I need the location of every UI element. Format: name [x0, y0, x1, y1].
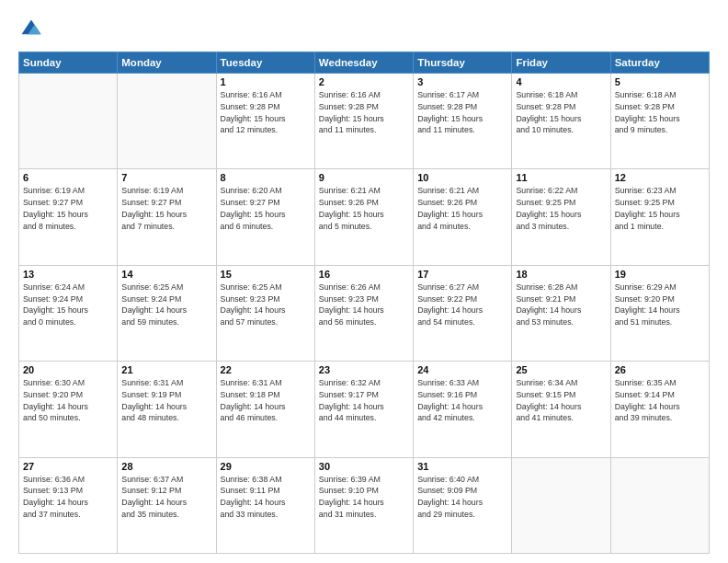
day-info: Sunrise: 6:16 AM Sunset: 9:28 PM Dayligh…: [319, 89, 409, 136]
weekday-header-row: SundayMondayTuesdayWednesdayThursdayFrid…: [19, 52, 710, 74]
calendar-cell: 15Sunrise: 6:25 AM Sunset: 9:23 PM Dayli…: [216, 265, 314, 361]
day-info: Sunrise: 6:17 AM Sunset: 9:28 PM Dayligh…: [417, 89, 507, 136]
day-info: Sunrise: 6:28 AM Sunset: 9:21 PM Dayligh…: [516, 282, 606, 328]
calendar-cell: [610, 457, 709, 553]
day-number: 17: [417, 269, 507, 280]
day-info: Sunrise: 6:16 AM Sunset: 9:28 PM Dayligh…: [221, 89, 311, 136]
calendar-cell: 3Sunrise: 6:17 AM Sunset: 9:28 PM Daylig…: [414, 74, 512, 169]
calendar-cell: 28Sunrise: 6:37 AM Sunset: 9:12 PM Dayli…: [118, 457, 216, 553]
day-info: Sunrise: 6:25 AM Sunset: 9:24 PM Dayligh…: [121, 282, 211, 328]
day-number: 16: [319, 269, 409, 280]
day-number: 20: [23, 364, 113, 375]
calendar-cell: [512, 457, 610, 553]
day-info: Sunrise: 6:26 AM Sunset: 9:23 PM Dayligh…: [319, 282, 409, 328]
day-info: Sunrise: 6:36 AM Sunset: 9:13 PM Dayligh…: [23, 474, 113, 521]
calendar-cell: 17Sunrise: 6:27 AM Sunset: 9:22 PM Dayli…: [414, 265, 512, 361]
day-info: Sunrise: 6:27 AM Sunset: 9:22 PM Dayligh…: [417, 282, 507, 328]
day-number: 18: [516, 269, 606, 280]
calendar-cell: 22Sunrise: 6:31 AM Sunset: 9:18 PM Dayli…: [216, 362, 314, 457]
day-info: Sunrise: 6:21 AM Sunset: 9:26 PM Dayligh…: [319, 185, 409, 232]
day-number: 31: [417, 461, 507, 472]
calendar-cell: 24Sunrise: 6:33 AM Sunset: 9:16 PM Dayli…: [414, 362, 512, 457]
day-info: Sunrise: 6:39 AM Sunset: 9:10 PM Dayligh…: [319, 474, 409, 521]
day-number: 27: [23, 461, 113, 472]
day-number: 4: [516, 76, 606, 87]
day-info: Sunrise: 6:38 AM Sunset: 9:11 PM Dayligh…: [221, 474, 311, 521]
day-number: 13: [23, 269, 113, 280]
calendar-cell: 31Sunrise: 6:40 AM Sunset: 9:09 PM Dayli…: [414, 457, 512, 553]
calendar-cell: 9Sunrise: 6:21 AM Sunset: 9:26 PM Daylig…: [314, 169, 413, 265]
day-number: 6: [23, 172, 113, 183]
day-number: 19: [615, 269, 705, 280]
calendar-cell: [19, 74, 118, 169]
day-info: Sunrise: 6:22 AM Sunset: 9:25 PM Dayligh…: [516, 185, 606, 232]
calendar-cell: 18Sunrise: 6:28 AM Sunset: 9:21 PM Dayli…: [512, 265, 610, 361]
weekday-tuesday: Tuesday: [216, 52, 314, 74]
calendar-cell: 23Sunrise: 6:32 AM Sunset: 9:17 PM Dayli…: [314, 362, 413, 457]
calendar-table: SundayMondayTuesdayWednesdayThursdayFrid…: [18, 52, 710, 554]
day-number: 25: [516, 364, 606, 375]
day-number: 5: [615, 76, 705, 87]
calendar-cell: 7Sunrise: 6:19 AM Sunset: 9:27 PM Daylig…: [118, 169, 216, 265]
day-number: 21: [121, 364, 211, 375]
day-number: 1: [221, 76, 311, 87]
weekday-sunday: Sunday: [19, 52, 118, 74]
day-info: Sunrise: 6:29 AM Sunset: 9:20 PM Dayligh…: [615, 282, 705, 328]
day-info: Sunrise: 6:33 AM Sunset: 9:16 PM Dayligh…: [417, 377, 507, 424]
calendar-cell: 13Sunrise: 6:24 AM Sunset: 9:24 PM Dayli…: [19, 265, 118, 361]
day-number: 22: [221, 364, 311, 375]
calendar-cell: 29Sunrise: 6:38 AM Sunset: 9:11 PM Dayli…: [216, 457, 314, 553]
calendar-cell: 16Sunrise: 6:26 AM Sunset: 9:23 PM Dayli…: [314, 265, 413, 361]
day-info: Sunrise: 6:18 AM Sunset: 9:28 PM Dayligh…: [516, 89, 606, 136]
calendar-cell: 20Sunrise: 6:30 AM Sunset: 9:20 PM Dayli…: [19, 362, 118, 457]
day-number: 26: [615, 364, 705, 375]
day-info: Sunrise: 6:18 AM Sunset: 9:28 PM Dayligh…: [615, 89, 705, 136]
day-info: Sunrise: 6:32 AM Sunset: 9:17 PM Dayligh…: [319, 377, 409, 424]
day-number: 24: [417, 364, 507, 375]
day-number: 7: [121, 172, 211, 183]
calendar-cell: 1Sunrise: 6:16 AM Sunset: 9:28 PM Daylig…: [216, 74, 314, 169]
calendar-cell: 19Sunrise: 6:29 AM Sunset: 9:20 PM Dayli…: [610, 265, 709, 361]
logo-icon: [18, 17, 44, 42]
weekday-thursday: Thursday: [414, 52, 512, 74]
day-info: Sunrise: 6:35 AM Sunset: 9:14 PM Dayligh…: [615, 377, 705, 424]
calendar-cell: 30Sunrise: 6:39 AM Sunset: 9:10 PM Dayli…: [314, 457, 413, 553]
day-info: Sunrise: 6:25 AM Sunset: 9:23 PM Dayligh…: [221, 282, 311, 328]
day-info: Sunrise: 6:21 AM Sunset: 9:26 PM Dayligh…: [417, 185, 507, 232]
day-info: Sunrise: 6:20 AM Sunset: 9:27 PM Dayligh…: [221, 185, 311, 232]
header: [18, 17, 710, 42]
day-info: Sunrise: 6:31 AM Sunset: 9:18 PM Dayligh…: [221, 377, 311, 424]
week-row-2: 6Sunrise: 6:19 AM Sunset: 9:27 PM Daylig…: [19, 169, 710, 265]
week-row-4: 20Sunrise: 6:30 AM Sunset: 9:20 PM Dayli…: [19, 362, 710, 457]
day-info: Sunrise: 6:34 AM Sunset: 9:15 PM Dayligh…: [516, 377, 606, 424]
day-info: Sunrise: 6:23 AM Sunset: 9:25 PM Dayligh…: [615, 185, 705, 232]
day-number: 15: [221, 269, 311, 280]
calendar-cell: 26Sunrise: 6:35 AM Sunset: 9:14 PM Dayli…: [610, 362, 709, 457]
weekday-monday: Monday: [118, 52, 216, 74]
day-info: Sunrise: 6:37 AM Sunset: 9:12 PM Dayligh…: [121, 474, 211, 521]
day-number: 12: [615, 172, 705, 183]
day-number: 10: [417, 172, 507, 183]
day-number: 29: [221, 461, 311, 472]
day-number: 28: [121, 461, 211, 472]
day-number: 2: [319, 76, 409, 87]
day-number: 23: [319, 364, 409, 375]
day-number: 8: [221, 172, 311, 183]
calendar-cell: 6Sunrise: 6:19 AM Sunset: 9:27 PM Daylig…: [19, 169, 118, 265]
calendar-cell: 11Sunrise: 6:22 AM Sunset: 9:25 PM Dayli…: [512, 169, 610, 265]
calendar-cell: 8Sunrise: 6:20 AM Sunset: 9:27 PM Daylig…: [216, 169, 314, 265]
calendar-cell: 5Sunrise: 6:18 AM Sunset: 9:28 PM Daylig…: [610, 74, 709, 169]
day-info: Sunrise: 6:31 AM Sunset: 9:19 PM Dayligh…: [121, 377, 211, 424]
calendar-cell: 2Sunrise: 6:16 AM Sunset: 9:28 PM Daylig…: [314, 74, 413, 169]
day-info: Sunrise: 6:40 AM Sunset: 9:09 PM Dayligh…: [417, 474, 507, 521]
calendar-cell: [118, 74, 216, 169]
day-info: Sunrise: 6:19 AM Sunset: 9:27 PM Dayligh…: [23, 185, 113, 232]
calendar-cell: 14Sunrise: 6:25 AM Sunset: 9:24 PM Dayli…: [118, 265, 216, 361]
week-row-1: 1Sunrise: 6:16 AM Sunset: 9:28 PM Daylig…: [19, 74, 710, 169]
weekday-friday: Friday: [512, 52, 610, 74]
weekday-saturday: Saturday: [610, 52, 709, 74]
page: SundayMondayTuesdayWednesdayThursdayFrid…: [0, 0, 728, 563]
day-info: Sunrise: 6:30 AM Sunset: 9:20 PM Dayligh…: [23, 377, 113, 424]
calendar-cell: 27Sunrise: 6:36 AM Sunset: 9:13 PM Dayli…: [19, 457, 118, 553]
day-number: 30: [319, 461, 409, 472]
